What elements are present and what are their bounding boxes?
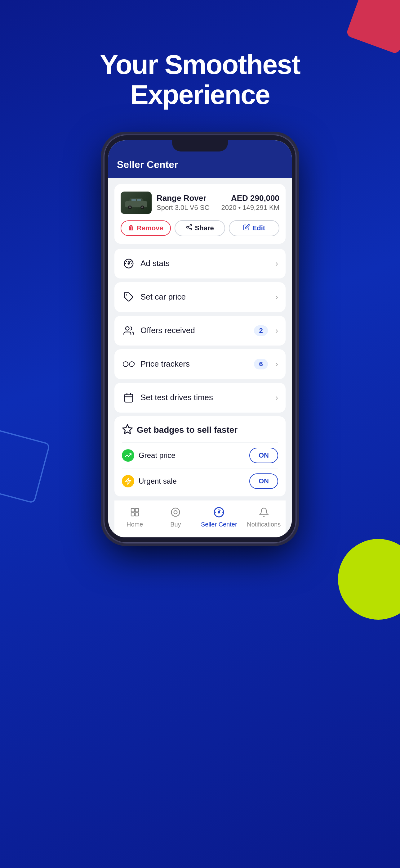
svg-point-14 <box>126 327 129 330</box>
remove-label: Remove <box>137 224 163 232</box>
car-details: Range Rover Sport 3.0L V6 SC AED 290,000… <box>157 193 279 212</box>
edit-button[interactable]: Edit <box>229 220 279 236</box>
offers-received-item[interactable]: Offers received 2 › <box>114 316 286 345</box>
buy-nav-label: Buy <box>170 521 181 528</box>
svg-rect-6 <box>137 199 141 201</box>
calendar-icon <box>122 391 135 404</box>
set-price-label: Set car price <box>140 292 270 302</box>
bell-icon <box>257 505 271 519</box>
offers-label: Offers received <box>140 326 249 335</box>
search-circle-icon <box>169 505 182 519</box>
car-year-mileage: 2020 • 149,291 KM <box>221 204 279 212</box>
glasses-icon <box>123 361 135 368</box>
svg-rect-26 <box>135 508 139 512</box>
great-price-label: Great price <box>139 451 249 460</box>
hero-line1: Your Smoothest <box>100 49 300 80</box>
car-thumbnail <box>121 191 152 214</box>
chevron-right-icon: › <box>275 326 278 336</box>
remove-button[interactable]: 🗑 Remove <box>121 220 171 236</box>
chevron-right-icon: › <box>275 258 278 269</box>
price-trackers-card[interactable]: Price trackers 6 › <box>114 349 286 379</box>
svg-point-29 <box>171 508 180 516</box>
svg-rect-20 <box>125 394 133 402</box>
car-name-block: Range Rover Sport 3.0L V6 SC <box>157 193 209 212</box>
set-car-price-item[interactable]: Set car price › <box>114 282 286 312</box>
badges-title-text: Get badges to sell faster <box>137 425 237 435</box>
hero-text: Your Smoothest Experience <box>0 0 400 135</box>
nav-item-home[interactable]: Home <box>120 505 151 528</box>
edit-icon <box>243 224 250 232</box>
chevron-right-icon: › <box>275 292 278 302</box>
nav-item-notifications[interactable]: Notifications <box>247 505 280 528</box>
svg-rect-5 <box>131 199 136 201</box>
great-price-row: Great price ON <box>122 442 278 468</box>
edit-label: Edit <box>253 224 265 232</box>
offers-icon <box>122 324 135 337</box>
tag-icon <box>122 290 135 304</box>
nav-item-buy[interactable]: Buy <box>160 505 191 528</box>
gauge-nav-icon <box>212 505 226 519</box>
ad-stats-item[interactable]: Ad stats › <box>114 249 286 278</box>
trackers-label: Price trackers <box>140 359 249 369</box>
notifications-nav-label: Notifications <box>247 521 280 528</box>
badges-title-row: Get badges to sell faster <box>122 424 278 436</box>
ad-stats-card[interactable]: Ad stats › <box>114 249 286 278</box>
urgent-sale-row: Urgent sale ON <box>122 468 278 494</box>
chevron-right-icon: › <box>275 393 278 403</box>
svg-point-8 <box>186 226 188 228</box>
car-price-block: AED 290,000 2020 • 149,291 KM <box>221 193 279 212</box>
svg-rect-25 <box>131 508 135 512</box>
svg-rect-27 <box>131 513 135 516</box>
svg-point-9 <box>190 228 192 230</box>
home-icon <box>128 505 142 519</box>
nav-item-seller-center[interactable]: Seller Center <box>201 505 237 528</box>
share-label: Share <box>195 224 214 232</box>
car-price: AED 290,000 <box>221 193 279 203</box>
svg-point-30 <box>174 510 177 514</box>
svg-line-11 <box>188 226 190 227</box>
car-name: Range Rover <box>157 193 209 203</box>
share-button[interactable]: Share <box>174 220 225 236</box>
car-separator: • <box>238 204 243 211</box>
content-area: Range Rover Sport 3.0L V6 SC AED 290,000… <box>108 178 292 537</box>
badge-shape-icon <box>122 424 133 436</box>
test-drives-card[interactable]: Set test drives times › <box>114 383 286 412</box>
test-drives-label: Set test drives times <box>140 393 270 402</box>
trackers-badge: 6 <box>254 359 268 369</box>
svg-point-4 <box>141 207 143 208</box>
car-mileage: 149,291 KM <box>242 204 279 211</box>
great-price-toggle[interactable]: ON <box>249 448 278 463</box>
test-drives-item[interactable]: Set test drives times › <box>114 383 286 412</box>
svg-point-3 <box>129 207 131 208</box>
car-year: 2020 <box>221 204 236 211</box>
svg-marker-24 <box>126 478 131 484</box>
car-model: Sport 3.0L V6 SC <box>157 204 209 212</box>
tracker-icon <box>122 357 135 371</box>
urgent-sale-icon <box>122 475 134 487</box>
chevron-right-icon: › <box>275 359 278 369</box>
svg-point-7 <box>190 224 192 226</box>
app-header-title: Seller Center <box>117 159 178 170</box>
set-car-price-card[interactable]: Set car price › <box>114 282 286 312</box>
car-meta-row: Range Rover Sport 3.0L V6 SC AED 290,000… <box>157 193 279 212</box>
car-actions: 🗑 Remove Share <box>121 220 279 236</box>
hero-line2: Experience <box>130 79 270 110</box>
phone-device: Seller Center <box>104 135 296 543</box>
trash-icon: 🗑 <box>128 224 134 231</box>
price-trackers-item[interactable]: Price trackers 6 › <box>114 349 286 379</box>
svg-line-10 <box>188 227 190 229</box>
svg-point-16 <box>129 362 134 367</box>
home-nav-label: Home <box>127 521 143 528</box>
urgent-sale-toggle[interactable]: ON <box>249 473 278 489</box>
car-info-row: Range Rover Sport 3.0L V6 SC AED 290,000… <box>121 191 279 214</box>
app-header: Seller Center <box>108 156 292 178</box>
great-price-icon <box>122 449 134 462</box>
phone-mockup: Seller Center <box>0 135 400 543</box>
bg-decoration-green <box>338 539 400 620</box>
car-image <box>121 191 152 214</box>
car-svg <box>124 195 148 211</box>
offers-received-card[interactable]: Offers received 2 › <box>114 316 286 345</box>
svg-point-15 <box>123 362 128 367</box>
car-listing-card: Range Rover Sport 3.0L V6 SC AED 290,000… <box>114 184 286 244</box>
phone-screen: Seller Center <box>108 140 292 537</box>
